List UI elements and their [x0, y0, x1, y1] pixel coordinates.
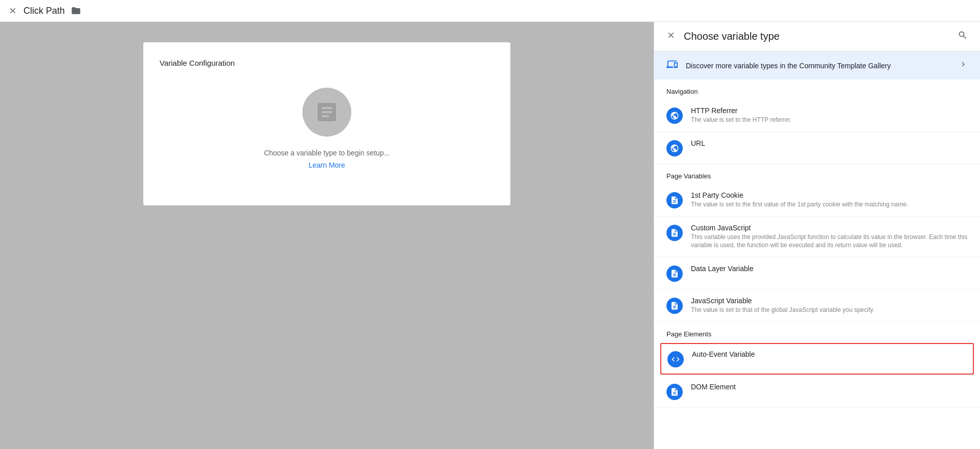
document-icon	[666, 192, 683, 208]
code-icon	[667, 351, 684, 367]
list-item[interactable]: Data Layer Variable	[654, 257, 980, 289]
auto-event-variable-item[interactable]: Auto-Event Variable	[660, 343, 974, 375]
community-banner[interactable]: Discover more variable types in the Comm…	[654, 51, 980, 80]
list-item[interactable]: JavaScript Variable The value is set to …	[654, 289, 980, 322]
data-layer-variable-name: Data Layer Variable	[691, 265, 968, 273]
document-icon	[666, 266, 683, 282]
data-layer-variable-content: Data Layer Variable	[691, 265, 968, 274]
community-banner-text: Discover more variable types in the Comm…	[686, 62, 891, 70]
list-item[interactable]: HTTP Referrer The value is set to the HT…	[654, 99, 980, 132]
close-button[interactable]	[8, 6, 17, 15]
variable-config-title: Variable Configuration	[160, 59, 235, 67]
folder-icon[interactable]	[71, 6, 81, 16]
globe-icon	[666, 140, 683, 156]
learn-more-link[interactable]: Learn More	[308, 161, 345, 169]
document-icon	[666, 225, 683, 241]
community-template-icon	[666, 59, 678, 72]
url-name: URL	[691, 139, 968, 147]
variable-choose-text: Choose a variable type to begin setup...	[264, 149, 390, 157]
custom-javascript-name: Custom JavaScript	[691, 224, 968, 232]
page-title: Click Path	[23, 6, 65, 16]
search-icon[interactable]	[958, 30, 968, 43]
right-panel: Choose variable type Discover more varia…	[654, 22, 980, 449]
auto-event-variable-content: Auto-Event Variable	[692, 350, 967, 359]
javascript-variable-content: JavaScript Variable The value is set to …	[691, 297, 968, 314]
custom-javascript-content: Custom JavaScript This variable uses the…	[691, 224, 968, 250]
left-panel: Variable Configuration Choose a variable…	[0, 22, 654, 449]
top-bar: Click Path	[0, 0, 980, 22]
globe-icon	[666, 108, 683, 124]
community-banner-left: Discover more variable types in the Comm…	[666, 59, 891, 72]
right-panel-title: Choose variable type	[684, 31, 780, 42]
auto-event-variable-name: Auto-Event Variable	[692, 350, 967, 358]
http-referrer-name: HTTP Referrer	[691, 107, 968, 115]
main-area: Variable Configuration Choose a variable…	[0, 22, 980, 449]
section-navigation: Navigation	[654, 80, 980, 99]
variable-list: Navigation HTTP Referrer The value is se…	[654, 80, 980, 449]
list-item[interactable]: Custom JavaScript This variable uses the…	[654, 217, 980, 258]
list-item[interactable]: DOM Element	[654, 376, 980, 408]
1st-party-cookie-desc: The value is set to the first value of t…	[691, 200, 968, 209]
dom-element-content: DOM Element	[691, 383, 968, 392]
1st-party-cookie-name: 1st Party Cookie	[691, 191, 968, 199]
http-referrer-content: HTTP Referrer The value is set to the HT…	[691, 107, 968, 124]
list-item[interactable]: URL	[654, 132, 980, 164]
variable-icon-circle	[302, 88, 351, 137]
dom-element-name: DOM Element	[691, 383, 968, 391]
url-content: URL	[691, 139, 968, 148]
right-panel-close-button[interactable]	[666, 31, 676, 42]
right-panel-header: Choose variable type	[654, 22, 980, 51]
document-icon	[666, 384, 683, 400]
custom-javascript-desc: This variable uses the provided JavaScri…	[691, 233, 968, 250]
http-referrer-desc: The value is set to the HTTP referrer.	[691, 116, 968, 124]
1st-party-cookie-content: 1st Party Cookie The value is set to the…	[691, 191, 968, 209]
variable-config-card: Variable Configuration Choose a variable…	[143, 42, 510, 205]
javascript-variable-desc: The value is set to that of the global J…	[691, 306, 968, 314]
chevron-right-icon	[959, 60, 968, 71]
list-item[interactable]: 1st Party Cookie The value is set to the…	[654, 184, 980, 217]
section-page-variables: Page Variables	[654, 164, 980, 184]
section-page-elements: Page Elements	[654, 322, 980, 342]
javascript-variable-name: JavaScript Variable	[691, 297, 968, 305]
right-panel-header-left: Choose variable type	[666, 31, 780, 42]
document-icon	[666, 298, 683, 314]
